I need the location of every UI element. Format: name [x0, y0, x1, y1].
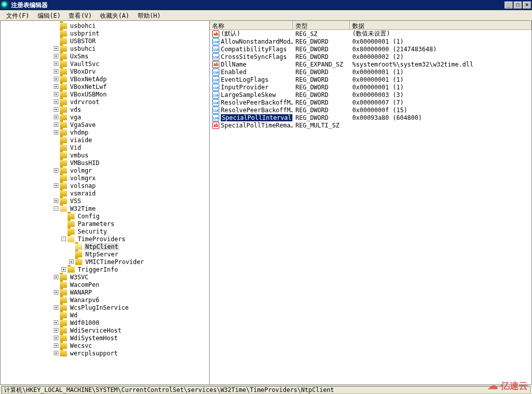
tree-item[interactable]: +WANARP: [1, 288, 209, 296]
expand-icon[interactable]: +: [54, 328, 58, 333]
tree-pane[interactable]: usbohciusbprintUSBSTOR+usbuhci+UxSms+Vau…: [1, 21, 210, 384]
menu-view[interactable]: 查看(V): [64, 11, 96, 19]
tree-item[interactable]: Wd: [1, 311, 209, 319]
tree-item[interactable]: NtpServer: [1, 250, 209, 258]
expand-icon[interactable]: +: [61, 267, 66, 272]
value-row[interactable]: abSpecialPollTimeRema…REG_MULTI_SZ: [210, 121, 531, 129]
tree-item[interactable]: +Wdf01000: [1, 319, 209, 326]
expand-icon[interactable]: +: [54, 92, 58, 96]
tree-item[interactable]: +WdiServiceHost: [1, 326, 209, 334]
expand-icon[interactable]: +: [54, 336, 58, 340]
tree-item[interactable]: Vid: [1, 144, 209, 151]
tree-item[interactable]: +TriggerInfo: [1, 266, 209, 273]
binary-value-icon: 110: [212, 107, 219, 114]
tree-item[interactable]: NtpClient: [1, 243, 209, 250]
expand-icon[interactable]: +: [54, 183, 58, 188]
tree-item[interactable]: vsmraid: [1, 189, 209, 197]
expand-icon[interactable]: +: [54, 54, 58, 58]
tree-item[interactable]: +VBoxUSBMon: [1, 90, 209, 98]
values-pane[interactable]: 名称 类型 数据 ab(默认)REG_SZ(数值未设置)110AllowNons…: [210, 21, 531, 384]
minimize-button[interactable]: _: [505, 2, 513, 9]
tree-item[interactable]: viaide: [1, 136, 209, 144]
expand-icon[interactable]: +: [54, 305, 58, 310]
value-row[interactable]: 110ResolvePeerBackoffM…REG_DWORD0x000000…: [210, 98, 531, 106]
value-row[interactable]: 110LargeSampleSkewREG_DWORD0x00000003 (3…: [210, 91, 531, 98]
collapse-icon[interactable]: -: [61, 237, 66, 241]
tree-item[interactable]: usbohci: [1, 22, 209, 29]
tree-item[interactable]: +volmgr: [1, 167, 209, 174]
tree-item[interactable]: +vds: [1, 106, 209, 113]
expand-icon[interactable]: +: [54, 122, 58, 127]
col-header-name[interactable]: 名称: [210, 21, 293, 29]
tree-item[interactable]: +VaultSvc: [1, 60, 209, 68]
tree-item[interactable]: vmbus: [1, 151, 209, 159]
tree-item[interactable]: +Wecsvc: [1, 342, 209, 349]
menu-file[interactable]: 文件(F): [2, 11, 34, 19]
tree-item[interactable]: WacomPen: [1, 281, 209, 288]
menu-edit[interactable]: 编辑(E): [34, 11, 65, 19]
menu-help[interactable]: 帮助(H): [134, 11, 165, 19]
expand-icon[interactable]: +: [54, 168, 58, 173]
value-row[interactable]: 110CompatibilityFlagsREG_DWORD0x80000000…: [210, 45, 531, 53]
expand-icon[interactable]: +: [54, 199, 58, 203]
tree-item[interactable]: +vdrvroot: [1, 98, 209, 106]
expand-icon[interactable]: +: [54, 61, 58, 66]
tree-item[interactable]: -TimeProviders: [1, 235, 209, 243]
tree-item[interactable]: +W3SVC: [1, 273, 209, 281]
tree-item[interactable]: +vhdmp: [1, 128, 209, 136]
menu-favorites[interactable]: 收藏夹(A): [96, 11, 134, 19]
value-row[interactable]: 110SpecialPollIntervalREG_DWORD0x00093a8…: [210, 114, 531, 121]
tree-item[interactable]: +wercplsupport: [1, 349, 209, 357]
value-row[interactable]: 110ResolvePeerBackoffM…REG_DWORD0x000000…: [210, 106, 531, 114]
expand-icon[interactable]: +: [54, 130, 58, 135]
value-name: CrossSiteSyncFlags: [221, 53, 287, 60]
value-row[interactable]: 110CrossSiteSyncFlagsREG_DWORD0x00000002…: [210, 53, 531, 60]
expand-icon[interactable]: +: [54, 107, 58, 112]
close-button[interactable]: ×: [523, 2, 531, 9]
expand-icon[interactable]: +: [54, 77, 58, 81]
expand-icon[interactable]: +: [54, 343, 58, 348]
tree-item[interactable]: Config: [1, 212, 209, 220]
collapse-icon[interactable]: -: [54, 206, 58, 211]
value-row[interactable]: ab(默认)REG_SZ(数值未设置): [210, 30, 531, 38]
tree-item[interactable]: VMBusHID: [1, 159, 209, 167]
tree-item[interactable]: -W32Time: [1, 205, 209, 212]
expand-icon[interactable]: +: [54, 115, 58, 119]
value-row[interactable]: 110EnabledREG_DWORD0x00000001 (1): [210, 68, 531, 76]
tree-item[interactable]: +WdiSystemHost: [1, 334, 209, 342]
value-row[interactable]: 110EventLogFlagsREG_DWORD0x00000001 (1): [210, 76, 531, 83]
tree-item[interactable]: +UxSms: [1, 52, 209, 60]
tree-item[interactable]: Parameters: [1, 220, 209, 227]
tree-item[interactable]: Security: [1, 227, 209, 235]
expand-icon[interactable]: +: [54, 290, 58, 294]
tree-item[interactable]: +volsnap: [1, 182, 209, 189]
col-header-data[interactable]: 数据: [350, 21, 531, 29]
expand-icon[interactable]: +: [54, 84, 58, 89]
maximize-button[interactable]: □: [514, 2, 522, 9]
tree-item[interactable]: +VMICTimeProvider: [1, 258, 209, 266]
folder-icon: [60, 99, 67, 105]
tree-item[interactable]: volmgrx: [1, 174, 209, 182]
tree-item[interactable]: +VSS: [1, 197, 209, 205]
expand-icon[interactable]: +: [54, 46, 58, 51]
tree-item[interactable]: Wanarpv6: [1, 296, 209, 304]
tree-item[interactable]: +VBoxNetLwf: [1, 83, 209, 90]
expand-icon[interactable]: +: [54, 100, 58, 104]
tree-item[interactable]: usbprint: [1, 29, 209, 37]
expand-icon[interactable]: +: [54, 275, 58, 279]
expand-icon[interactable]: +: [54, 351, 58, 355]
tree-item[interactable]: +VBoxNetAdp: [1, 75, 209, 83]
expand-icon[interactable]: +: [69, 259, 74, 264]
expand-icon[interactable]: +: [54, 320, 58, 325]
tree-item[interactable]: USBSTOR: [1, 37, 209, 45]
expand-icon[interactable]: +: [54, 69, 58, 74]
value-row[interactable]: 110AllowNonstandardMod…REG_DWORD0x000000…: [210, 38, 531, 45]
tree-item[interactable]: +WcsPlugInService: [1, 304, 209, 311]
value-row[interactable]: abDllNameREG_EXPAND_SZ%systemroot%\syste…: [210, 60, 531, 68]
col-header-type[interactable]: 类型: [293, 21, 350, 29]
tree-item[interactable]: +vga: [1, 113, 209, 121]
tree-item[interactable]: +usbuhci: [1, 45, 209, 52]
tree-item[interactable]: +VBoxDrv: [1, 68, 209, 75]
tree-item[interactable]: +VgaSave: [1, 121, 209, 128]
value-row[interactable]: 110InputProviderREG_DWORD0x00000001 (1): [210, 83, 531, 91]
